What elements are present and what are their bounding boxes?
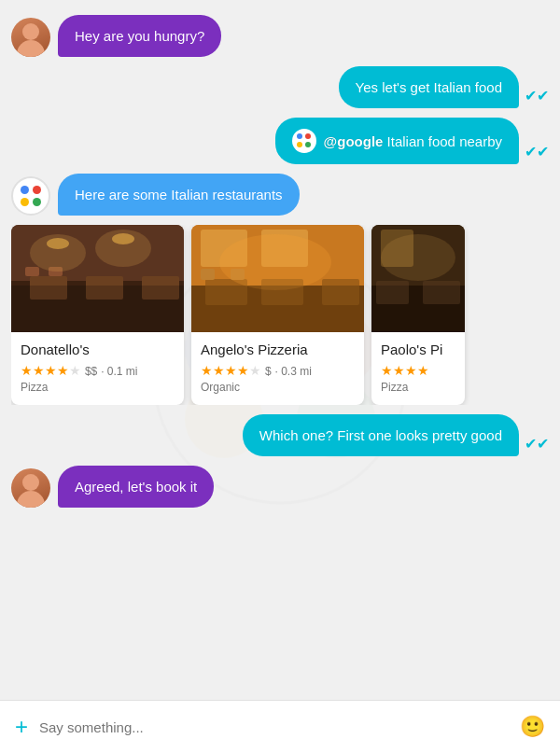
restaurant-card-2-image — [191, 225, 364, 332]
dot-blue-lg — [21, 186, 29, 194]
svg-rect-7 — [30, 276, 67, 300]
dot-red-small — [305, 133, 311, 139]
bubble-2-text: Yes let's get Italian food — [356, 79, 502, 95]
avatar-person-1 — [11, 18, 50, 57]
dot-yellow-small — [297, 142, 302, 147]
bubble-4: Here are some Italian restaurants — [58, 174, 300, 216]
emoji-button[interactable]: 🙂 — [520, 715, 545, 739]
chat-container: Hey are you hungry? Yes let's get Italia… — [0, 0, 560, 700]
svg-rect-10 — [25, 267, 39, 276]
restaurant-card-3-type: Pizza — [381, 381, 455, 394]
check-mark-2: ✔✔ — [525, 87, 549, 105]
restaurant-image-svg-1 — [11, 225, 184, 332]
restaurant-card-1-stars: ★★★★★ $$ · 0.1 mi — [21, 363, 175, 378]
restaurant-card-1-image — [11, 225, 184, 332]
bubble-3: @google Italian food nearby — [275, 118, 519, 164]
message-input[interactable] — [39, 719, 509, 735]
google-label-text: @google — [324, 133, 384, 149]
restaurant-card-3[interactable]: Paolo's Pi ★★★★ Pizza — [371, 225, 465, 405]
bubble-1: Hey are you hungry? — [58, 15, 221, 57]
bubble-5: Which one? First one looks pretty good — [243, 414, 519, 456]
input-bar: + 🙂 — [0, 700, 560, 753]
restaurant-cards-row: Donatello's ★★★★★ $$ · 0.1 mi Pizza — [11, 225, 549, 405]
dot-green-lg — [33, 198, 41, 206]
restaurant-card-1-name: Donatello's — [21, 342, 175, 357]
restaurant-card-2-name: Angelo's Pizzeria — [201, 342, 355, 357]
restaurant-card-1-distance-dot: · — [101, 365, 107, 378]
dot-yellow-lg — [21, 198, 29, 206]
bubble-1-text: Hey are you hungry? — [75, 28, 204, 44]
restaurant-card-1[interactable]: Donatello's ★★★★★ $$ · 0.1 mi Pizza — [11, 225, 184, 405]
google-assistant-dots — [21, 186, 41, 206]
avatar-assistant — [11, 176, 50, 216]
restaurant-card-2-price: $ — [265, 365, 272, 378]
restaurant-card-3-name: Paolo's Pi — [381, 342, 455, 357]
svg-rect-21 — [201, 269, 215, 280]
svg-rect-6 — [11, 281, 184, 332]
bubble-4-text: Here are some Italian restaurants — [75, 187, 283, 202]
restaurant-image-svg-2 — [191, 225, 364, 332]
restaurant-card-1-price: $$ — [85, 365, 97, 378]
message-row-4: Here are some Italian restaurants — [11, 174, 549, 216]
restaurant-card-2-distance: 0.3 mi — [281, 365, 312, 378]
bubble-6-text: Agreed, let's book it — [75, 479, 197, 495]
bubble-5-text: Which one? First one looks pretty good — [259, 427, 502, 443]
bubble-3-text: Italian food nearby — [383, 133, 502, 149]
google-dots-small — [297, 133, 312, 148]
restaurant-image-svg-3 — [371, 225, 465, 332]
svg-rect-17 — [191, 286, 364, 332]
avatar-person-2 — [11, 468, 50, 508]
restaurant-card-1-info: Donatello's ★★★★★ $$ · 0.1 mi Pizza — [11, 332, 184, 405]
restaurant-card-3-info: Paolo's Pi ★★★★ Pizza — [371, 332, 465, 405]
message-row-6: Agreed, let's book it — [11, 466, 549, 508]
check-mark-3: ✔✔ — [525, 143, 549, 160]
restaurant-card-1-distance: 0.1 mi — [107, 365, 138, 378]
dot-red-lg — [33, 186, 41, 194]
svg-point-14 — [30, 234, 86, 272]
svg-point-25 — [219, 234, 331, 290]
svg-rect-27 — [371, 286, 465, 332]
message-row-1: Hey are you hungry? — [11, 15, 549, 57]
plus-button[interactable]: + — [15, 714, 28, 740]
svg-rect-29 — [423, 281, 460, 304]
check-mark-5: ✔✔ — [525, 435, 549, 453]
svg-rect-8 — [86, 276, 123, 300]
svg-rect-9 — [142, 276, 179, 300]
svg-rect-20 — [322, 279, 359, 305]
dot-blue-small — [297, 133, 302, 139]
message-row-5: Which one? First one looks pretty good ✔… — [11, 414, 549, 456]
message-row-3: @google Italian food nearby ✔✔ — [11, 118, 549, 164]
google-mention-icon — [292, 129, 316, 153]
restaurant-card-2[interactable]: Angelo's Pizzeria ★★★★★ $ · 0.3 mi Organ… — [191, 225, 364, 405]
svg-point-15 — [95, 230, 151, 267]
dot-green-small — [305, 142, 311, 147]
restaurant-card-3-image — [371, 225, 465, 332]
restaurant-card-1-type: Pizza — [21, 381, 175, 394]
svg-point-31 — [381, 234, 455, 281]
restaurant-card-2-info: Angelo's Pizzeria ★★★★★ $ · 0.3 mi Organ… — [191, 332, 364, 405]
bubble-3-google-label: @google Italian food nearby — [324, 132, 502, 151]
restaurant-card-2-stars: ★★★★★ $ · 0.3 mi — [201, 363, 355, 378]
restaurant-card-3-stars: ★★★★ — [381, 363, 455, 378]
message-row-2: Yes let's get Italian food ✔✔ — [11, 66, 549, 108]
restaurant-card-2-type: Organic — [201, 381, 355, 394]
bubble-2: Yes let's get Italian food — [339, 66, 519, 108]
bubble-6: Agreed, let's book it — [58, 466, 214, 508]
svg-rect-28 — [376, 281, 409, 304]
